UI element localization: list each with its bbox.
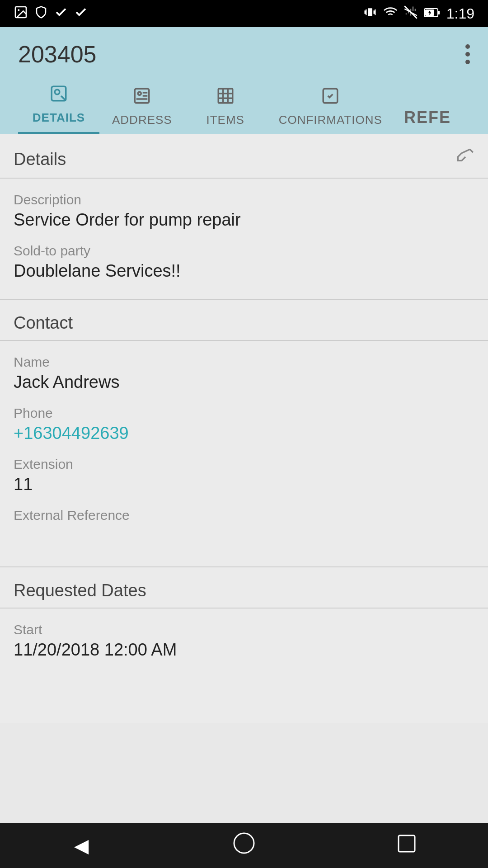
details-section-header: Details [0,134,488,179]
start-value: 11/20/2018 12:00 AM [14,640,474,660]
svg-line-4 [404,6,417,19]
svg-point-15 [138,92,141,95]
back-icon: ◀ [74,835,89,857]
home-icon [233,832,255,859]
tab-details[interactable]: DETAILS [18,77,99,134]
tab-confirmations-label: CONFIRMATIONS [279,113,382,127]
recent-icon [397,834,417,858]
start-label: Start [14,622,474,637]
svg-point-27 [234,833,254,853]
requested-dates-title: Requested Dates [14,581,146,600]
requested-dates-section: Requested Dates Start 11/20/2018 12:00 A… [0,567,488,678]
svg-point-12 [55,90,60,94]
contact-fields: Name Jack Andrews Phone +16304492639 Ext… [0,341,488,566]
sold-to-party-value: Doublelane Services!! [14,261,474,281]
more-options-button[interactable] [465,44,470,64]
shield-icon [34,5,48,22]
items-tab-icon [216,86,235,109]
check-icon-1 [54,5,68,22]
contact-section: Contact Name Jack Andrews Phone +1630449… [0,300,488,566]
description-value: Service Order for pump repair [14,210,474,230]
phone-label: Phone [14,406,474,421]
tab-details-label: DETAILS [33,111,85,125]
extension-value: 11 [14,475,474,494]
svg-rect-19 [218,89,233,103]
check-icon-2 [74,5,88,22]
wifi-icon [383,5,398,23]
svg-line-25 [470,149,473,152]
details-fields: Description Service Order for pump repai… [0,179,488,299]
order-number: 203405 [18,41,97,68]
back-button[interactable]: ◀ [63,827,99,863]
svg-rect-6 [438,11,440,14]
phone-value[interactable]: +16304492639 [14,424,474,443]
tab-address[interactable]: ADDRESS [99,79,185,134]
requested-dates-fields: Start 11/20/2018 12:00 AM [0,609,488,678]
status-bar: 1:19 [0,0,488,27]
details-section: Details Description Service Order for pu… [0,134,488,299]
status-time: 1:19 [446,5,474,22]
signal-off-icon [404,5,418,22]
extension-label: Extension [14,457,474,472]
tab-more-label: REFE [404,108,451,127]
tab-confirmations[interactable]: CONFIRMATIONS [266,79,395,134]
confirmations-tab-icon [321,86,340,109]
name-value: Jack Andrews [14,373,474,392]
app-header: 203405 DETAILS [0,27,488,134]
address-tab-icon [132,86,151,109]
status-bar-right: 1:19 [363,5,474,23]
image-icon [14,5,28,23]
svg-rect-28 [399,835,415,852]
details-section-title: Details [14,150,66,169]
external-reference-label: External Reference [14,508,474,523]
tab-items[interactable]: ITEMS [185,79,266,134]
external-reference-value [14,526,474,548]
main-content: Details Description Service Order for pu… [0,134,488,723]
details-tab-icon [49,84,68,107]
description-label: Description [14,192,474,208]
tab-items-label: ITEMS [206,113,244,127]
sold-to-party-label: Sold-to party [14,243,474,259]
edit-icon[interactable] [456,148,474,170]
tab-bar: DETAILS ADDRESS [18,77,470,134]
recent-button[interactable] [389,827,425,863]
name-label: Name [14,354,474,370]
bottom-nav: ◀ [0,823,488,868]
contact-section-header: Contact [0,300,488,341]
home-button[interactable] [226,827,262,863]
svg-point-1 [18,9,19,11]
contact-section-title: Contact [14,313,73,333]
svg-rect-2 [368,8,372,16]
battery-icon [424,6,440,21]
header-top: 203405 [18,41,470,77]
svg-line-26 [462,149,470,153]
tab-address-label: ADDRESS [112,113,172,127]
status-bar-left [14,5,88,23]
vibrate-icon [363,5,377,22]
requested-dates-header: Requested Dates [0,567,488,609]
tab-more[interactable]: REFE [395,101,460,134]
